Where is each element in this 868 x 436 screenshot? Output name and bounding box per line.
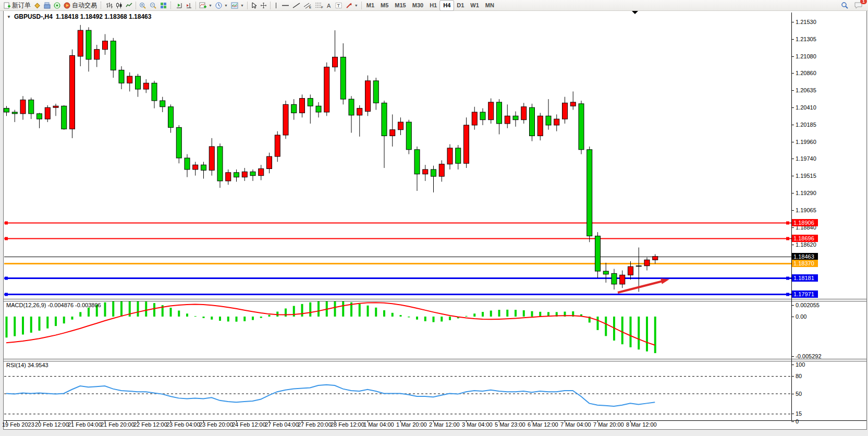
macd-histogram-bar [400,315,402,317]
cursor-button[interactable] [249,1,259,10]
timeframe-M1[interactable]: M1 [363,1,377,10]
candlestick [12,112,17,114]
crosshair-button[interactable] [259,1,268,10]
signals-button[interactable] [52,1,62,10]
macd-histogram-bar [482,312,484,317]
timeframe-W1[interactable]: W1 [467,1,482,10]
candlestick [365,81,371,112]
zoom-in-button[interactable] [138,1,148,10]
trendline-button[interactable] [291,1,302,10]
timeframe-MN[interactable]: MN [482,1,497,10]
macd-histogram-bar [236,317,238,322]
line-handle [5,277,8,280]
macd-histogram-bar [342,301,344,317]
macd-histogram-bar [539,312,541,317]
tile-windows-button[interactable] [158,1,168,10]
macd-histogram-bar [646,317,648,352]
line-chart-button[interactable] [124,1,134,10]
candlestick-chart-icon [116,2,123,9]
macd-histogram-bar [46,317,48,329]
candlestick [464,125,469,163]
timeframe-M5[interactable]: M5 [377,1,392,10]
vertical-line-button[interactable] [272,1,280,10]
chart-canvas[interactable] [0,0,868,436]
auto-trading-button[interactable]: 自动交易 [62,1,99,10]
candlestick [300,99,305,113]
toolbar-separator [195,2,196,9]
timeframe-H4[interactable]: H4 [440,1,454,10]
equidistant-channel-button[interactable]: E [302,1,313,10]
macd-histogram-bar [170,308,172,317]
candlestick [357,108,362,115]
auto-scroll-button[interactable] [174,1,184,10]
candlestick [62,106,67,129]
macd-histogram-bar [63,317,65,323]
tile-windows-icon [160,2,167,9]
publish-icon [44,2,51,9]
notifications-button[interactable]: 1 [853,1,864,10]
timeframe-M15[interactable]: M15 [392,1,409,10]
gold-diamond-icon [34,2,41,9]
candlestick [554,119,559,125]
macd-histogram-bar [79,312,81,317]
search-button[interactable] [839,1,850,10]
candlestick [406,122,411,150]
publish-button[interactable] [42,1,52,10]
macd-histogram-bar [178,311,180,317]
macd-histogram-bar [473,313,475,317]
timeframe-D1[interactable]: D1 [454,1,467,10]
line-handle [786,237,789,240]
templates-button[interactable]: ▼ [229,1,246,10]
candlestick [291,104,297,113]
fibonacci-button[interactable]: F [313,1,325,10]
candlestick [111,41,116,70]
clock-icon [215,2,222,9]
symbol-dropdown-icon[interactable]: ▼ [7,15,11,19]
new-order-button[interactable]: 新订单 [2,1,32,10]
candlestick [160,101,165,107]
candlestick [563,103,568,119]
indicators-button[interactable]: ▼ [198,1,214,10]
candlestick [382,103,387,136]
trendline-icon [292,2,300,9]
horizontal-line-icon [282,2,289,9]
text-label-button[interactable]: T [334,1,344,10]
candlestick [119,70,124,83]
svg-text:E: E [309,6,311,9]
timeframe-M30[interactable]: M30 [409,1,426,10]
candlestick [497,102,502,124]
dropdown-caret-icon: ▼ [354,4,358,7]
bar-chart-button[interactable] [104,1,114,10]
candlestick [226,173,231,181]
candlestick-chart-button[interactable] [114,1,124,10]
toolbar-separator [270,2,271,9]
chart-shift-button[interactable] [184,1,194,10]
text-button[interactable]: A [325,1,334,10]
arrows-button[interactable]: ▼ [344,1,360,10]
chart-window-button[interactable] [32,1,42,10]
macd-histogram-bar [424,317,426,321]
line-handle [786,293,789,296]
macd-histogram-bar [638,317,640,349]
text-label-icon: T [335,2,343,9]
macd-histogram-bar [71,317,74,320]
channel-icon: E [303,2,312,9]
macd-histogram-bar [359,304,361,317]
macd-histogram-bar [145,301,147,317]
macd-histogram-bar [22,317,24,334]
candlestick [537,116,543,136]
macd-histogram-bar [30,317,32,333]
candlestick [373,81,378,103]
periods-button[interactable]: ▼ [214,1,229,10]
horizontal-line-button[interactable] [280,1,291,10]
candlestick [587,150,592,236]
auto-trading-label: 自动交易 [72,1,97,10]
candlestick [612,273,617,284]
zoom-out-button[interactable] [148,1,158,10]
rsi-label: RSI(14) 34.9543 [6,362,48,368]
template-icon [231,2,238,9]
candlestick [595,236,601,271]
auto-trading-icon [64,2,70,9]
macd-histogram-bar [630,317,632,347]
timeframe-H1[interactable]: H1 [426,1,440,10]
